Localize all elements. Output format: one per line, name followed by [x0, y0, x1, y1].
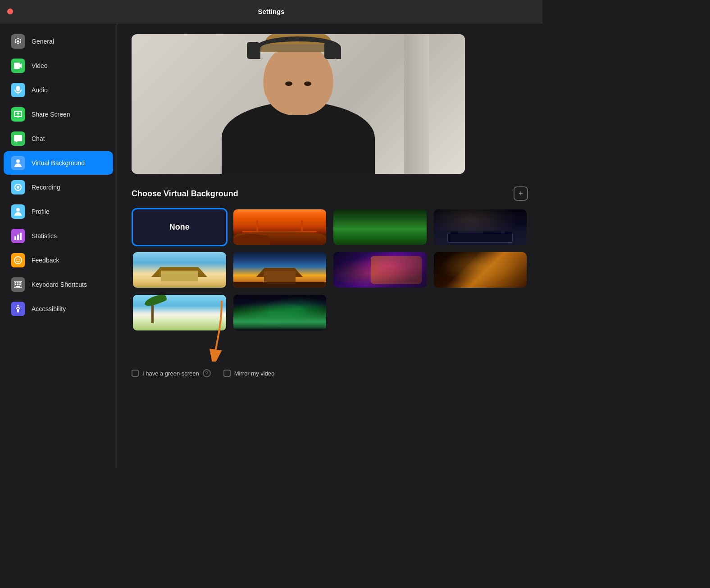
video-label: Video: [32, 62, 48, 69]
feedback-label: Feedback: [32, 257, 59, 264]
share-screen-label: Share Screen: [32, 111, 70, 118]
traffic-lights: [7, 9, 13, 14]
profile-icon: [11, 204, 25, 219]
svg-rect-4: [14, 236, 16, 240]
green-screen-label: I have a green screen: [142, 370, 199, 377]
bg-green-grass[interactable]: [332, 208, 428, 246]
general-icon: [11, 34, 25, 49]
svg-rect-11: [15, 282, 16, 284]
sidebar-item-chat[interactable]: Chat: [4, 127, 113, 150]
mirror-video-checkbox-item[interactable]: Mirror my video: [223, 370, 275, 377]
svg-rect-17: [16, 286, 20, 287]
main-content: Choose Virtual Background + None: [117, 23, 542, 468]
chat-label: Chat: [32, 135, 45, 142]
section-header: Choose Virtual Background +: [132, 186, 528, 201]
sidebar-item-audio[interactable]: Audio: [4, 78, 113, 102]
sidebar-item-statistics[interactable]: Statistics: [4, 224, 113, 248]
svg-point-3: [16, 208, 20, 212]
bg-sunset-hut[interactable]: [232, 251, 328, 289]
svg-point-7: [14, 257, 22, 264]
statistics-label: Statistics: [32, 232, 57, 240]
sidebar-item-general[interactable]: General: [4, 30, 113, 53]
bg-pirate[interactable]: [432, 251, 528, 289]
svg-rect-16: [19, 284, 21, 285]
bg-none[interactable]: None: [132, 208, 228, 246]
bg-palm-beach[interactable]: [132, 294, 228, 332]
audio-label: Audio: [32, 86, 48, 94]
svg-point-0: [16, 159, 20, 163]
sidebar: General Video Audio: [0, 23, 117, 468]
title-bar: Settings: [0, 0, 542, 23]
bg-aurora[interactable]: [232, 294, 328, 332]
mirror-video-checkbox[interactable]: [223, 370, 231, 377]
general-label: General: [32, 38, 54, 45]
checkbox-row: I have a green screen ? Mirror my video: [132, 366, 528, 377]
bg-tiger-neon[interactable]: [332, 251, 428, 289]
green-screen-checkbox-item[interactable]: I have a green screen ?: [132, 369, 211, 377]
video-icon: [11, 59, 25, 73]
recording-label: Recording: [32, 184, 60, 191]
recording-icon: [11, 180, 25, 194]
green-screen-help-icon[interactable]: ?: [203, 369, 211, 377]
virtual-background-icon: [11, 156, 25, 170]
sidebar-item-virtual-background[interactable]: Virtual Background: [4, 151, 113, 175]
svg-point-9: [18, 259, 19, 260]
svg-point-2: [17, 186, 19, 189]
sidebar-item-share-screen[interactable]: Share Screen: [4, 103, 113, 126]
sidebar-item-accessibility[interactable]: Accessibility: [4, 297, 113, 321]
accessibility-label: Accessibility: [32, 305, 66, 312]
add-background-button[interactable]: +: [514, 186, 528, 201]
virtual-background-label: Virtual Background: [32, 159, 85, 167]
profile-label: Profile: [32, 208, 50, 215]
close-button[interactable]: [7, 9, 13, 14]
svg-rect-14: [15, 284, 16, 285]
bg-none-label: None: [169, 222, 190, 232]
svg-rect-13: [19, 282, 21, 284]
sidebar-item-video[interactable]: Video: [4, 54, 113, 77]
bg-beach-huts[interactable]: [132, 251, 228, 289]
chat-icon: [11, 131, 25, 146]
sidebar-item-keyboard-shortcuts[interactable]: Keyboard Shortcuts: [4, 273, 113, 296]
bg-space-cockpit[interactable]: [432, 208, 528, 246]
svg-rect-12: [17, 282, 18, 284]
video-inner: [132, 34, 465, 174]
sidebar-item-profile[interactable]: Profile: [4, 200, 113, 223]
background-grid: None: [132, 208, 528, 332]
audio-icon: [11, 83, 25, 97]
sidebar-item-feedback[interactable]: Feedback: [4, 249, 113, 272]
window-title: Settings: [258, 8, 284, 15]
keyboard-icon: [11, 277, 25, 292]
svg-point-8: [16, 259, 17, 260]
keyboard-shortcuts-label: Keyboard Shortcuts: [32, 281, 87, 288]
statistics-icon: [11, 229, 25, 243]
svg-rect-5: [17, 235, 19, 240]
mirror-video-label: Mirror my video: [234, 370, 275, 377]
share-screen-icon: [11, 107, 25, 122]
feedback-icon: [11, 253, 25, 267]
svg-rect-15: [17, 284, 18, 285]
section-title: Choose Virtual Background: [132, 189, 238, 199]
bg-golden-gate[interactable]: [232, 208, 328, 246]
svg-rect-6: [20, 233, 22, 240]
svg-point-18: [17, 305, 19, 307]
video-preview: [132, 34, 465, 174]
accessibility-icon: [11, 302, 25, 316]
app-body: General Video Audio: [0, 23, 542, 468]
sidebar-item-recording[interactable]: Recording: [4, 176, 113, 199]
green-screen-checkbox[interactable]: [132, 370, 139, 377]
